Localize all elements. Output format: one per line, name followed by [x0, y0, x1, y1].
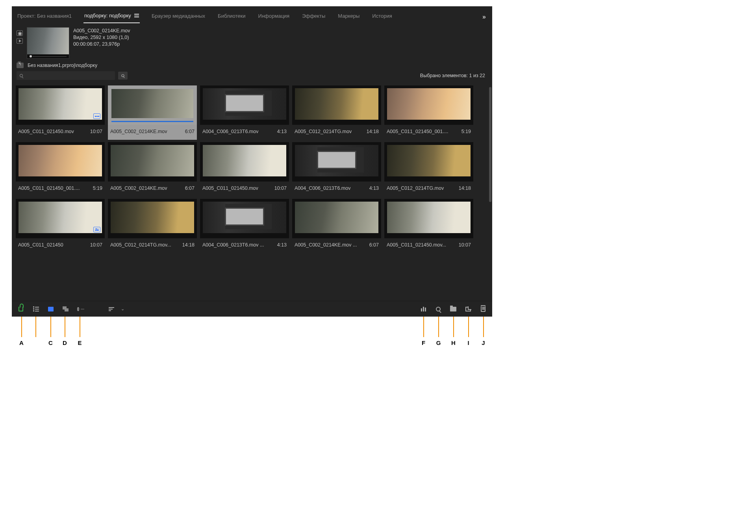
tabs-overflow-icon[interactable]: »: [482, 13, 487, 20]
clip-name: A005_C011_021450.mov...: [387, 242, 446, 248]
clip-cell[interactable]: A005_C011_021450.mov...10:07: [384, 199, 473, 253]
clip-thumbnail[interactable]: [200, 85, 289, 125]
clip-thumbnail[interactable]: [108, 199, 197, 238]
sort-chevron-icon[interactable]: ⌄: [119, 306, 126, 312]
clip-duration: 5:19: [461, 129, 471, 134]
search-input[interactable]: [17, 71, 115, 80]
clip-thumbnail[interactable]: [384, 199, 473, 238]
clip-thumbnail[interactable]: [384, 142, 473, 182]
search-icon: [20, 74, 23, 77]
clip-name: A005_C002_0214KE.mov: [110, 129, 167, 134]
thumbnail-grid-wrap: A005_C011_021450.mov10:07A005_C002_0214K…: [12, 82, 492, 301]
tab-info[interactable]: Информация: [258, 11, 291, 23]
clip-name: A005_C011_021450: [18, 242, 63, 248]
clip-duration: 10:07: [459, 242, 471, 248]
clip-thumbnail[interactable]: [200, 199, 289, 238]
clip-duration: 10:07: [274, 185, 287, 191]
clip-name: A005_C011_021450_001....: [18, 185, 80, 191]
clip-cell[interactable]: A005_C011_021450.mov10:07: [200, 142, 289, 196]
search-bin-button[interactable]: [118, 72, 128, 80]
tab-history[interactable]: История: [371, 11, 393, 23]
project-panel: Проект: Без названия1 подборку: подборку…: [12, 6, 492, 317]
sort-icon[interactable]: [108, 306, 115, 312]
clip-caption: A004_C006_0213T6.mov4:13: [292, 182, 381, 196]
automate-to-sequence-icon[interactable]: [420, 306, 427, 312]
clip-thumbnail[interactable]: [16, 199, 105, 238]
tab-markers[interactable]: Маркеры: [337, 11, 360, 23]
clip-cell[interactable]: A005_C011_021450_001....5:19: [384, 85, 473, 140]
clip-image: [295, 145, 378, 176]
clip-cell[interactable]: A005_C011_021450_001....5:19: [16, 142, 105, 196]
preview-thumbnail[interactable]: [27, 27, 69, 59]
clip-name: A005_C011_021450_001....: [387, 129, 448, 134]
clip-thumbnail[interactable]: [200, 142, 289, 182]
clip-name: A004_C006_0213T6.mov: [295, 185, 350, 191]
tab-libraries[interactable]: Библиотеки: [217, 11, 246, 23]
clip-thumbnail[interactable]: [108, 142, 197, 182]
clip-cell[interactable]: A005_C011_02145010:07: [16, 199, 105, 253]
effects-badge-icon: [93, 227, 100, 232]
lock-icon[interactable]: [17, 306, 24, 312]
clip-cell[interactable]: A005_C002_0214KE.mov6:07: [108, 85, 197, 140]
clip-thumbnail[interactable]: [108, 85, 197, 125]
clip-caption: A005_C012_0214TG.mov...14:18: [108, 238, 197, 253]
clip-thumbnail[interactable]: [292, 142, 381, 182]
clip-image: [203, 88, 286, 120]
clip-cell[interactable]: A004_C006_0213T6.mov ...4:13: [200, 199, 289, 253]
clip-image: [295, 88, 378, 120]
clip-image: [19, 145, 102, 176]
clip-image: [387, 145, 471, 176]
tab-effects[interactable]: Эффекты: [301, 11, 326, 23]
clip-image: [387, 202, 471, 233]
tab-project[interactable]: Проект: Без названия1: [17, 11, 72, 23]
trash-icon[interactable]: [480, 306, 487, 312]
freeform-view-icon[interactable]: [62, 306, 69, 312]
clip-cell[interactable]: A005_C012_0214TG.mov14:18: [292, 85, 381, 140]
callout-I: I: [467, 339, 469, 346]
callout-J: J: [482, 339, 485, 346]
clip-thumbnail[interactable]: [16, 85, 105, 125]
clip-cell[interactable]: A005_C012_0214TG.mov14:18: [384, 142, 473, 196]
preview-meta-2: 00:00:06:07, 23,976p: [73, 41, 130, 47]
scrollbar[interactable]: [489, 87, 491, 296]
panel-menu-icon[interactable]: [134, 14, 139, 17]
clip-duration: 14:18: [182, 242, 195, 248]
clip-cell[interactable]: A005_C012_0214TG.mov...14:18: [108, 199, 197, 253]
clip-duration: 14:18: [367, 129, 379, 134]
clip-duration: 4:13: [369, 185, 379, 191]
callout-H: H: [451, 339, 456, 346]
clip-name: A005_C012_0214TG.mov...: [110, 242, 171, 248]
clip-duration: 10:07: [90, 129, 102, 134]
selection-count: Выбрано элементов: 1 из 22: [420, 73, 487, 78]
folder-up-icon[interactable]: [17, 63, 24, 68]
tab-bin-active[interactable]: подборку: подборку: [83, 10, 140, 23]
clip-cell[interactable]: A005_C002_0214KE.mov ...6:07: [292, 199, 381, 253]
find-icon[interactable]: [435, 306, 442, 312]
clip-caption: A005_C002_0214KE.mov ...6:07: [292, 238, 381, 253]
clip-cell[interactable]: A005_C002_0214KE.mov6:07: [108, 142, 197, 196]
clip-caption: A005_C011_021450.mov...10:07: [384, 238, 473, 253]
zoom-slider[interactable]: [77, 306, 84, 312]
new-bin-icon[interactable]: [450, 306, 457, 312]
clip-name: A005_C011_021450.mov: [202, 185, 258, 191]
list-view-icon[interactable]: [32, 306, 39, 312]
play-icon[interactable]: [17, 38, 23, 44]
clip-image: [19, 202, 102, 233]
clip-image: [203, 202, 286, 233]
new-item-icon[interactable]: [465, 306, 472, 312]
clip-image: [19, 88, 102, 120]
clip-cell[interactable]: A004_C006_0213T6.mov4:13: [292, 142, 381, 196]
clip-thumbnail[interactable]: [292, 199, 381, 238]
clip-name: A005_C011_021450.mov: [18, 129, 74, 134]
callout-G: G: [436, 339, 441, 346]
clip-cell[interactable]: A005_C011_021450.mov10:07: [16, 85, 105, 140]
clip-thumbnail[interactable]: [16, 142, 105, 182]
icon-view-icon[interactable]: [47, 306, 54, 312]
clip-cell[interactable]: A004_C006_0213T6.mov4:13: [200, 85, 289, 140]
poster-frame-icon[interactable]: ◉: [17, 30, 23, 36]
clip-thumbnail[interactable]: [384, 85, 473, 125]
callout-D: D: [63, 339, 67, 346]
clip-thumbnail[interactable]: [292, 85, 381, 125]
scrollbar-handle[interactable]: [489, 87, 491, 202]
tab-media-browser[interactable]: Браузер медиаданных: [151, 11, 206, 23]
